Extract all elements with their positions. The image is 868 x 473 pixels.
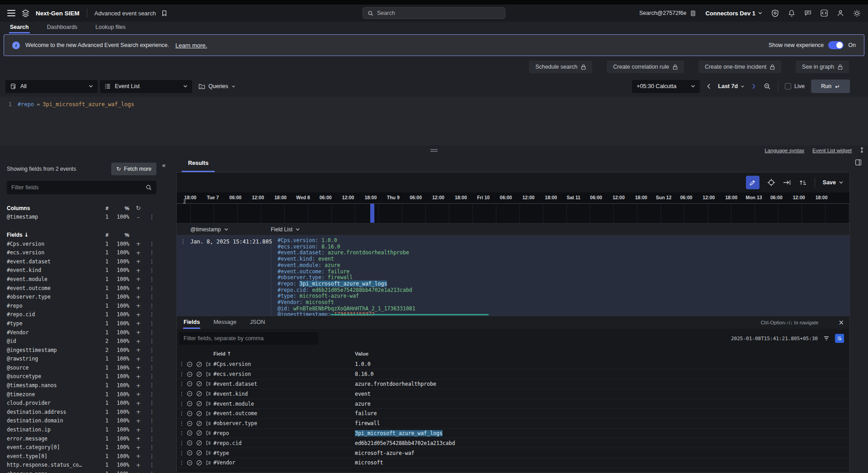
falcon-shield-icon[interactable] [771, 9, 779, 17]
tab-message[interactable]: Message [213, 316, 237, 329]
timestamp-column-header[interactable]: @timestamp [177, 226, 271, 233]
row-menu-icon[interactable]: ⋮ [179, 381, 185, 387]
editor-resize-handle[interactable] [430, 149, 438, 152]
see-in-graph-button[interactable]: See in graph [796, 61, 849, 73]
filter-exclude-icon[interactable] [194, 391, 204, 397]
add-column-button[interactable]: + [129, 373, 147, 380]
refresh-columns-icon[interactable]: ↻ [129, 205, 147, 211]
filter-include-icon[interactable] [185, 381, 194, 387]
field-row[interactable]: destination.domain 1 100% + ⋮ [7, 417, 156, 426]
event-list-widget-link[interactable]: Event List widget [812, 148, 852, 153]
field-menu-button[interactable]: ⋮ [147, 409, 156, 415]
field-menu-button[interactable]: ⋮ [147, 285, 156, 291]
field-list-add-icon[interactable] [204, 411, 213, 417]
field-list-add-icon[interactable] [204, 460, 213, 466]
crosshair-button[interactable] [767, 178, 775, 187]
add-column-button[interactable]: + [129, 240, 147, 247]
queries-menu-button[interactable]: Queries [198, 83, 236, 89]
filter-include-icon[interactable] [185, 440, 194, 446]
row-menu-icon[interactable]: ⋮ [179, 420, 185, 426]
annotate-pen-button[interactable] [746, 176, 760, 189]
session-label[interactable]: Search@27572f6e [639, 10, 696, 17]
field-list-add-icon[interactable] [204, 361, 213, 367]
field-menu-button[interactable]: ⋮ [147, 347, 156, 353]
time-forward-arrow[interactable] [751, 84, 756, 89]
add-column-button[interactable]: + [129, 311, 147, 318]
field-menu-button[interactable]: ⋮ [147, 462, 156, 468]
field-row[interactable]: @source 1 100% + ⋮ [7, 363, 156, 372]
language-syntax-link[interactable]: Language syntax [764, 148, 804, 153]
filter-include-icon[interactable] [185, 430, 194, 436]
field-row[interactable]: #Vendor 1 100% + ⋮ [7, 328, 156, 337]
field-menu-button[interactable]: ⋮ [147, 471, 156, 473]
field-menu-button[interactable]: ⋮ [147, 311, 156, 318]
filter-include-icon[interactable] [185, 361, 194, 367]
field-row[interactable]: cloud.provider 1 100% + ⋮ [7, 398, 156, 407]
field-filter[interactable] [7, 181, 156, 194]
query-editor[interactable]: 1 #repo = 3pi_microsoft_azure_waf_logs [0, 97, 868, 145]
field-list-add-icon[interactable] [204, 381, 213, 387]
field-menu-button[interactable]: ⋮ [147, 294, 156, 300]
add-column-button[interactable]: + [129, 391, 147, 398]
row-menu-icon[interactable]: ⋮ [179, 371, 185, 377]
field-menu-button[interactable]: ⋮ [147, 303, 156, 309]
tab-json[interactable]: JSON [250, 316, 265, 329]
wrap-lines-button[interactable] [835, 334, 844, 343]
bookmark-icon[interactable] [161, 10, 167, 17]
field-row[interactable]: #ecs.version 1 100% + ⋮ [7, 248, 156, 257]
field-list-add-icon[interactable] [204, 440, 213, 446]
field-row[interactable]: @rawstring 1 100% + ⋮ [7, 355, 156, 364]
fetch-more-button[interactable]: ↻ Fetch more [111, 163, 156, 175]
messages-icon[interactable] [804, 9, 811, 17]
field-table-row[interactable]: ⋮ #ecs.version [177, 370, 849, 379]
field-menu-button[interactable]: ⋮ [147, 400, 156, 406]
field-menu-button[interactable]: ⋮ [147, 365, 156, 371]
filter-include-icon[interactable] [185, 460, 194, 466]
histogram-plot[interactable] [177, 203, 849, 223]
column-row[interactable]: @timestamp 1 100% – ⋮ [7, 213, 156, 222]
horizontal-scrollbar-thumb[interactable] [330, 314, 489, 315]
row-menu-icon[interactable]: ⋮ [179, 459, 185, 466]
tab-fields[interactable]: Fields [183, 316, 200, 329]
field-menu-button[interactable]: ⋮ [147, 444, 156, 450]
add-column-button[interactable]: + [129, 435, 147, 442]
field-row[interactable]: destination.address 1 100% + ⋮ [7, 407, 156, 417]
add-column-button[interactable]: + [129, 382, 147, 389]
field-row[interactable]: @ingesttimestamp 2 100% + ⋮ [7, 346, 156, 355]
filter-include-icon[interactable] [185, 391, 194, 397]
add-column-button[interactable]: + [129, 444, 147, 451]
filter-include-icon[interactable] [185, 401, 194, 407]
field-menu-button[interactable]: ⋮ [147, 453, 156, 459]
collapse-sidebar-button[interactable]: « [162, 162, 166, 169]
field-row[interactable]: @timestamp.nanos 1 100% + ⋮ [7, 381, 156, 390]
filter-exclude-icon[interactable] [194, 421, 204, 426]
row-menu-icon[interactable]: ⋮ [179, 430, 185, 436]
tab-results[interactable]: Results [182, 155, 215, 172]
api-code-icon[interactable] [821, 9, 828, 17]
field-row[interactable]: #event.dataset 1 100% + ⋮ [7, 257, 156, 266]
filter-include-icon[interactable] [185, 411, 194, 417]
field-row[interactable]: destination.ip 1 100% + ⋮ [7, 425, 156, 434]
add-column-button[interactable]: + [129, 408, 147, 415]
field-row[interactable]: observer.name 1 100% + ⋮ [7, 469, 156, 473]
row-menu-icon[interactable]: ⋮ [179, 391, 185, 397]
inspect-filter-input[interactable] [184, 335, 314, 342]
field-menu-button[interactable]: ⋮ [147, 320, 156, 327]
field-list-add-icon[interactable] [204, 421, 213, 426]
field-table-row[interactable]: ⋮ #event.dataset [177, 379, 849, 389]
filter-exclude-icon[interactable] [194, 411, 204, 417]
field-menu-button[interactable]: ⋮ [147, 276, 156, 282]
field-menu-button[interactable]: ⋮ [147, 373, 156, 379]
sort-descending-icon[interactable]: ↓ [24, 232, 28, 238]
row-menu-icon[interactable]: ⋮ [179, 450, 185, 456]
field-menu-button[interactable]: ⋮ [147, 338, 156, 344]
field-table-row[interactable]: ⋮ #repo 3 [177, 429, 849, 439]
new-experience-toggle[interactable] [828, 41, 844, 49]
field-menu-button[interactable]: ⋮ [147, 249, 156, 256]
add-column-button[interactable]: + [129, 320, 147, 327]
jump-to-line-button[interactable] [783, 179, 791, 186]
add-column-button[interactable]: + [129, 364, 147, 371]
add-column-button[interactable]: + [129, 258, 147, 265]
field-menu-button[interactable]: ⋮ [147, 391, 156, 398]
field-menu-button[interactable]: ⋮ [147, 417, 156, 424]
